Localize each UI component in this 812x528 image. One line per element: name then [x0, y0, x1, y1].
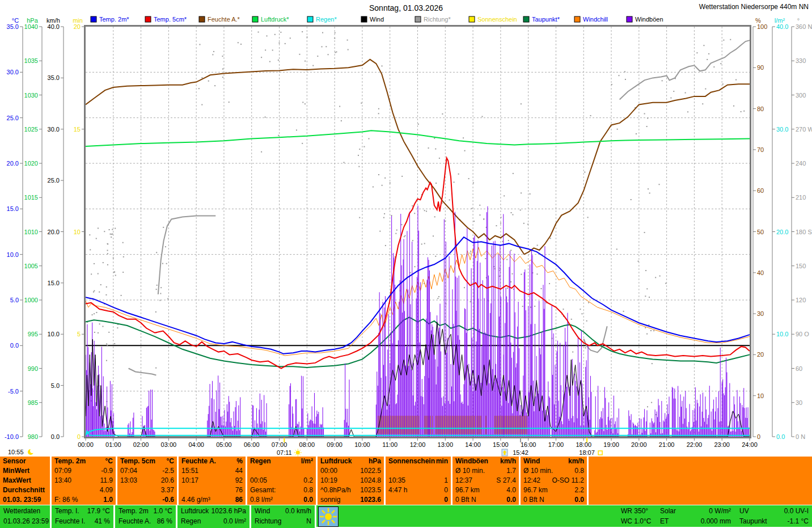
legend-label: Windböen — [635, 16, 663, 23]
svg-text:1020: 1020 — [24, 160, 38, 167]
svg-text:0.0: 0.0 — [10, 342, 19, 349]
legend-label: Temp. 5cm* — [154, 16, 187, 23]
table-cell-row: 4.09 — [52, 485, 116, 495]
svg-text:80: 80 — [757, 105, 764, 112]
table-cell-row: 96.7 km2.2 — [521, 485, 587, 495]
table-column-wind: Windkm/hØ 10 min.0.812:42O-SO 11.296.7 k… — [521, 457, 587, 505]
axis-pct: %1009080706050403020100 — [753, 17, 767, 440]
table-column-regen: Regenl/m²00:050.2Gesamt:0.80.8 l/m²0.0 — [247, 457, 316, 505]
svg-text:30: 30 — [757, 310, 764, 317]
svg-text:0.0: 0.0 — [51, 433, 60, 440]
status-row: ET0.000 mm — [660, 516, 731, 526]
legend-swatch-icon — [469, 16, 475, 22]
svg-text:10.0: 10.0 — [48, 331, 60, 337]
table-header-cell: Sonnenscheinmin — [386, 457, 451, 466]
sunset-icon — [598, 451, 602, 455]
stats-table: SensorMinWertMaxWertDurchschnitt01.03. 2… — [0, 457, 812, 505]
hour-label: 23:00 — [714, 441, 730, 448]
svg-text:360 N: 360 N — [796, 23, 812, 30]
legend-swatch-icon — [574, 16, 580, 22]
svg-text:90 O: 90 O — [796, 331, 809, 337]
status-row: Feuchte A.86 % — [115, 516, 176, 526]
status-row: Wind0.0 km/h — [251, 506, 315, 516]
svg-text:10.0: 10.0 — [7, 251, 19, 258]
table-row-label: 01.03. 23:59 — [0, 495, 50, 505]
table-cell-row: 07:09-0.9 — [52, 466, 116, 476]
svg-text:30: 30 — [796, 399, 802, 406]
table-column-windb-en: Windböenkm/hØ 10 min.1.712:37S 27.496.7 … — [452, 457, 519, 505]
hour-label: 01:00 — [105, 441, 121, 448]
status-row: Luftdruck1023.6 hPa — [177, 506, 249, 516]
table-cell-row: 4.46 g/m³86 — [179, 495, 246, 505]
hour-label: 10:00 — [354, 441, 370, 448]
table-column-feuchte-a-: Feuchte A.%15:514410:1792764.46 g/m³86 — [179, 457, 246, 505]
hour-label: 09:00 — [327, 441, 342, 448]
svg-text:0.0: 0.0 — [776, 433, 785, 440]
table-cell-row: 4:47 h0 — [386, 485, 451, 495]
legend-swatch-icon — [361, 16, 367, 22]
table-row-label: MinWert — [0, 466, 50, 476]
legend-label: Temp. 2m* — [99, 16, 129, 23]
svg-text:40.0: 40.0 — [776, 23, 788, 30]
hour-label: 20:00 — [631, 441, 647, 448]
table-filler — [589, 457, 812, 505]
table-cell-row: 12:37S 27.4 — [452, 476, 519, 485]
legend-swatch-icon — [252, 16, 258, 22]
axis-hpa: hPa1040103510301025102010151010100510009… — [24, 17, 42, 440]
svg-text:1040: 1040 — [24, 23, 38, 30]
svg-text:1000: 1000 — [24, 297, 38, 303]
svg-text:0 N: 0 N — [796, 433, 805, 440]
table-header-cell: Windböenkm/h — [452, 457, 519, 466]
svg-text:40.0: 40.0 — [48, 23, 60, 30]
legend-label: Windchill — [583, 16, 608, 23]
table-cell-row: Ø 10 min.1.7 — [452, 466, 519, 476]
axis-min: min20151050 — [73, 17, 84, 440]
svg-text:100: 100 — [757, 23, 767, 30]
svg-text:210: 210 — [796, 194, 806, 201]
table-cell-row: 10:191024.8 — [318, 476, 384, 485]
legend-swatch-icon — [145, 16, 151, 22]
svg-text:20: 20 — [74, 23, 81, 30]
sun-weather-icon — [318, 506, 339, 527]
hour-label: 21:00 — [659, 441, 675, 448]
hour-label: 22:00 — [687, 441, 703, 448]
table-column-sensor: SensorMinWertMaxWertDurchschnitt01.03. 2… — [0, 457, 50, 505]
status-group: UV0.0 UV-ITaupunkt-1.1 °C — [739, 506, 809, 526]
svg-text:10: 10 — [757, 392, 764, 399]
svg-text:330: 330 — [796, 57, 806, 64]
svg-text:980: 980 — [28, 433, 38, 440]
status-row: 01.03.26 23:59 — [0, 516, 50, 526]
status-group: Solar0 W/m²ET0.000 mm — [660, 506, 731, 526]
table-cell-row: 0 Bft N0.0 — [452, 495, 519, 505]
svg-text:240: 240 — [796, 160, 806, 167]
svg-text:30.0: 30.0 — [7, 69, 19, 75]
table-header-cell: LuftdruckhPa — [318, 457, 384, 466]
status-group-right: WR 350°WC 1.0°CSolar0 W/m²ET0.000 mmUV0.… — [316, 505, 812, 527]
table-cell-row: Gesamt:0.8 — [247, 485, 316, 495]
legend-swatch-icon — [307, 16, 313, 22]
table-column-temp-5cm: Temp. 5cm°C07:04-2.513:0320.63.37-0.6 — [117, 457, 177, 505]
legend-label: Regen* — [316, 16, 337, 23]
hour-label: 15:00 — [493, 441, 509, 448]
status-row: Feuchte I.41 % — [52, 516, 113, 526]
table-header-cell: Windkm/h — [521, 457, 587, 466]
hour-label: 11:00 — [382, 441, 397, 448]
svg-text:1010: 1010 — [24, 229, 38, 235]
svg-text:1015: 1015 — [24, 194, 38, 201]
table-cell-row: 13:4011.9 — [52, 476, 116, 485]
hour-label: 02:00 — [133, 441, 149, 448]
table-cell-row: 00:001022.5 — [318, 466, 384, 476]
table-header-cell: Regenl/m² — [247, 457, 316, 466]
hour-label: 06:00 — [244, 441, 260, 448]
legend-label: Feuchte A.* — [208, 16, 240, 23]
svg-text:0: 0 — [77, 433, 81, 440]
hour-label: 24:00 — [742, 441, 758, 448]
table-column-sonnenschein: Sonnenscheinmin10:3514:47 h00 — [386, 457, 451, 505]
hour-label: 05:00 — [216, 441, 232, 448]
table-cell-row: 07:04-2.5 — [117, 466, 177, 476]
table-column-luftdruck: LuftdruckhPa00:001022.510:191024.8^0.8hP… — [318, 457, 384, 505]
status-row: Wetterdaten — [0, 506, 50, 516]
svg-text:20.0: 20.0 — [7, 160, 19, 167]
svg-text:1035: 1035 — [24, 57, 38, 64]
table-cell-row: ^0.8hPa/h1023.5 — [318, 485, 384, 495]
